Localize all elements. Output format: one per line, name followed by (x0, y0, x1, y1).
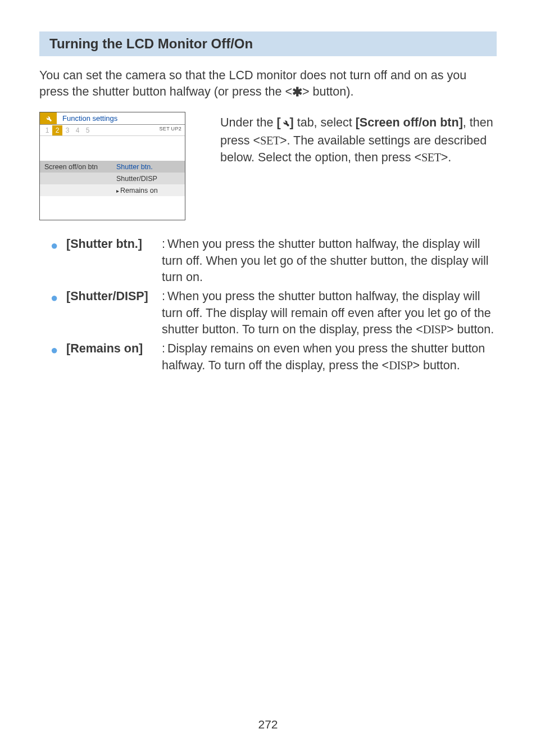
bullet-icon: ● (39, 288, 66, 338)
option-definition: :When you press the shutter button halfw… (162, 236, 497, 286)
option-shutter-disp: ● [Shutter/DISP] :When you press the shu… (39, 288, 497, 338)
side-bracket-open: [ (276, 116, 280, 129)
instruction-row: Function settings 1 2 3 4 5 SET UP2 Scre… (39, 112, 497, 220)
opt2-def-b: > button. (412, 359, 460, 372)
camera-tab-4: 4 (72, 125, 83, 135)
camera-menu-opt1: Shutter btn. (113, 163, 185, 171)
camera-menu-opt2: Shutter/DISP (113, 175, 185, 183)
camera-tab-5: 5 (83, 125, 93, 135)
camera-menu-opt3: Remains on (113, 187, 185, 194)
option-definition: :Display remains on even when you press … (162, 341, 497, 374)
camera-tab-2: 2 (52, 125, 62, 135)
camera-tabs: 1 2 3 4 5 SET UP2 (40, 125, 185, 136)
opt0-def: When you press the shutter button halfwa… (162, 237, 489, 284)
camera-menu-screenshot: Function settings 1 2 3 4 5 SET UP2 Scre… (39, 112, 185, 220)
opt1-def-b: > button. (447, 323, 494, 336)
side-1h: >. (441, 151, 452, 164)
side-bracket-close: ] (290, 116, 294, 129)
side-menu-bold: [Screen off/on btn] (356, 116, 463, 129)
camera-tab-1: 1 (42, 125, 52, 135)
option-shutter-btn: ● [Shutter btn.] :When you press the shu… (39, 236, 497, 286)
camera-header: Function settings (40, 112, 185, 125)
option-remains-on: ● [Remains on] :Display remains on even … (39, 341, 497, 374)
option-term: [Shutter btn.] (66, 236, 162, 286)
intro-text-post: > button). (302, 85, 353, 98)
option-term: [Shutter/DISP] (66, 288, 162, 338)
wrench-icon (40, 112, 57, 124)
bullet-icon: ● (39, 341, 66, 374)
side-1a: Under the (220, 116, 276, 129)
option-term: [Remains on] (66, 341, 162, 374)
intro-paragraph: You can set the camera so that the LCD m… (39, 67, 497, 101)
camera-header-title: Function settings (57, 112, 185, 124)
camera-footer-spacer (40, 196, 185, 220)
intro-text-pre: You can set the camera so that the LCD m… (39, 69, 466, 98)
side-1d: tab, select (294, 116, 356, 129)
set-icon: SET (260, 134, 280, 147)
instruction-text: Under the [] tab, select [Screen off/on … (220, 112, 497, 166)
camera-tab-3: 3 (62, 125, 72, 135)
bullet-icon: ● (39, 236, 66, 286)
disp-icon: DISP (389, 359, 412, 372)
set-icon-2: SET (421, 151, 441, 164)
wrench-icon-inline (281, 115, 290, 132)
camera-menu-row-1: Screen off/on btn Shutter btn. (40, 161, 185, 173)
camera-setup-label: SET UP2 (160, 126, 181, 132)
star-icon: ✱ (292, 84, 302, 101)
section-title: Turning the LCD Monitor Off/On (39, 31, 497, 56)
camera-menu-row-2: Shutter/DISP (40, 173, 185, 184)
camera-menu-row-3: Remains on (40, 184, 185, 196)
options-list: ● [Shutter btn.] :When you press the shu… (39, 236, 497, 374)
disp-icon: DISP (423, 323, 447, 336)
option-definition: :When you press the shutter button halfw… (162, 288, 497, 338)
camera-body-spacer (40, 136, 185, 161)
camera-menu-label: Screen off/on btn (40, 163, 113, 171)
page-number: 272 (0, 718, 536, 731)
